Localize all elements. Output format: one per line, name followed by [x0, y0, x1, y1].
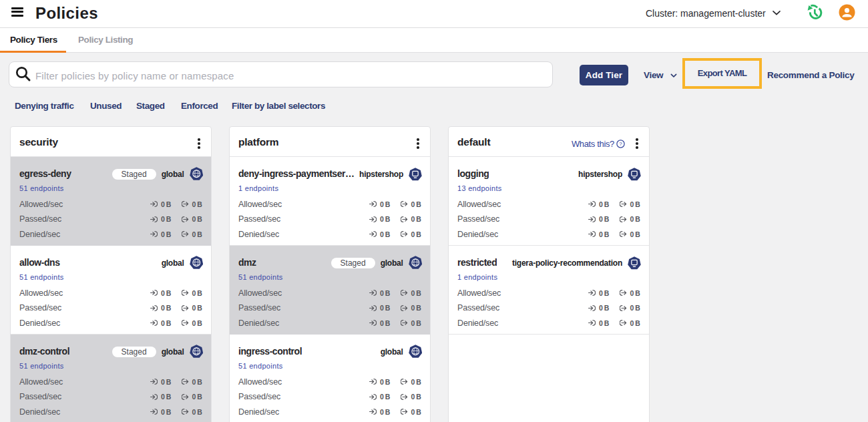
svg-text:?: ?: [619, 141, 622, 147]
